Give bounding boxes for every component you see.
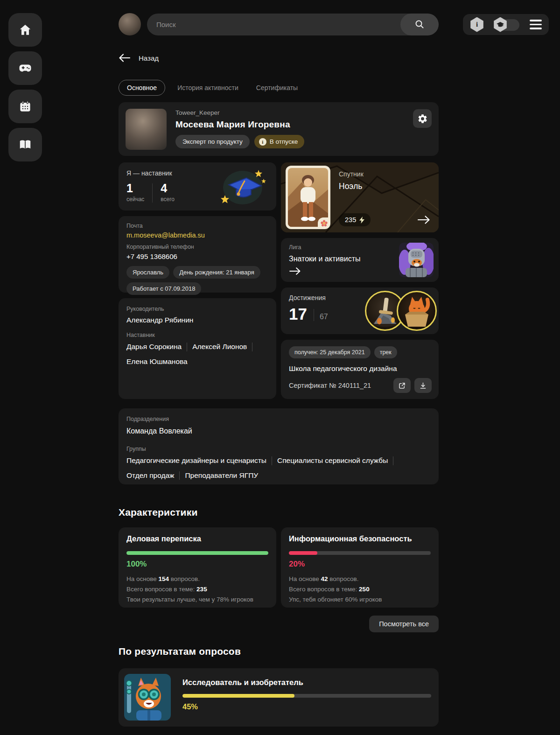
phone-label: Корпоративный телефон	[126, 244, 268, 250]
sidebar	[8, 13, 42, 161]
certificate-card: получен: 25 декабря 2021 трек Школа педа…	[281, 340, 439, 399]
achievements-card[interactable]: Достижения 17 67	[281, 287, 439, 334]
progress-bar	[182, 694, 431, 698]
group-item: Педагогические дизайнеры и сценаристы	[126, 456, 272, 465]
group-item: Преподаватели ЯГПУ	[185, 471, 263, 480]
tab-main[interactable]: Основное	[119, 80, 165, 96]
mentor-total: 4 всего	[161, 182, 175, 203]
status-badge: i В отпуске	[254, 135, 304, 148]
book-icon	[18, 138, 32, 152]
profile-photo	[126, 109, 167, 150]
companion-label: Спутник	[339, 170, 364, 178]
departments-label: Подразделения	[126, 416, 431, 422]
download-certificate-button[interactable]	[414, 378, 432, 393]
league-arrow-icon[interactable]	[289, 266, 301, 276]
sidebar-item-library[interactable]	[8, 128, 42, 161]
team-card: Руководитель Александр Рябинин Наставник…	[119, 298, 276, 399]
phone-value: +7 495 1368606	[126, 252, 268, 260]
student-mode-toggle[interactable]	[493, 17, 520, 32]
sidebar-item-calendar[interactable]	[8, 90, 42, 123]
progress-percent: 45%	[182, 702, 431, 711]
profile-nickname: Toweer_Keeper	[175, 109, 304, 116]
tabs: Основное История активности Сертификаты	[119, 80, 439, 96]
back-button[interactable]: Назад	[119, 53, 439, 63]
companion-portrait	[286, 166, 330, 229]
lightning-icon	[359, 217, 364, 224]
progress-bar	[126, 551, 268, 555]
flower-icon	[318, 217, 330, 229]
contact-card: Почта m.moseeva@labmedia.su Корпоративны…	[119, 216, 276, 293]
settings-button[interactable]	[413, 109, 432, 128]
energy-badge: 235	[339, 213, 371, 226]
mentor-current: 1 сейчас	[126, 182, 144, 203]
survey-result-card: Исследователь и изобретатель 45%	[119, 668, 439, 727]
profile-page: i Назад	[0, 0, 560, 735]
survey-result-title: Исследователь и изобретатель	[182, 678, 431, 687]
stat-card-business-writing: Деловая переписка 100% На основе 154 воп…	[119, 527, 276, 608]
progress-percent: 20%	[289, 560, 431, 569]
inventor-cat-illustration	[124, 674, 171, 721]
download-icon	[419, 382, 427, 390]
sidebar-item-home[interactable]	[8, 13, 42, 47]
knight-cat-illustration	[399, 243, 434, 277]
progress-percent: 100%	[126, 560, 268, 569]
achievement-badge-cat	[397, 291, 437, 331]
mentor-name: Алексей Лионов	[192, 343, 252, 351]
back-arrow-icon	[119, 53, 131, 63]
surveys-title: По результатам опросов	[119, 646, 439, 657]
mentor-name: Елена Юшманова	[126, 357, 193, 366]
role-badge: Эксперт по продукту	[175, 135, 250, 148]
topbar: i	[119, 13, 439, 35]
birthday-tag: День рождения: 21 января	[173, 266, 260, 279]
email-link[interactable]: m.moseeva@labmedia.su	[126, 231, 268, 239]
league-card[interactable]: Лига Знатоки и активисты	[281, 238, 439, 282]
achievements-earned: 17	[289, 306, 307, 322]
gamepad-icon	[18, 61, 32, 75]
manager-label: Руководитель	[126, 306, 268, 312]
league-image	[399, 243, 434, 277]
companion-card[interactable]: Спутник Ноэль 235	[281, 162, 439, 232]
tab-activity-history[interactable]: История активности	[172, 80, 244, 96]
mentor-label: Наставник	[126, 332, 268, 338]
search-button[interactable]	[400, 14, 439, 35]
status-info-icon: i	[259, 138, 266, 146]
companion-arrow-icon[interactable]	[417, 215, 430, 225]
companion-name: Ноэль	[339, 182, 364, 191]
calendar-icon	[18, 99, 32, 113]
mentor-name: Дарья Сорокина	[126, 343, 187, 351]
view-all-button[interactable]: Посмотреть все	[369, 616, 439, 632]
tab-certificates[interactable]: Сертификаты	[251, 80, 303, 96]
search-input[interactable]	[147, 14, 400, 35]
manager-name: Александр Рябинин	[126, 316, 268, 324]
open-certificate-button[interactable]	[393, 378, 411, 393]
graduation-cap-illustration	[217, 166, 266, 207]
employment-tag: Работает с 07.09.2018	[126, 282, 201, 295]
achievements-total: 67	[320, 313, 328, 321]
back-label: Назад	[139, 54, 159, 62]
home-icon	[18, 23, 32, 37]
mentor-card: Я — наставник 1 сейчас 4 всего	[119, 162, 276, 210]
department-name: Команда Вовлекай	[126, 427, 431, 435]
groups-list: Педагогические дизайнеры и сценаристы Сп…	[126, 456, 431, 480]
certificate-title: Школа педагогического дизайна	[289, 364, 431, 373]
profile-full-name: Мосеева Мария Игоревна	[175, 119, 304, 130]
search-icon	[414, 19, 425, 29]
sidebar-item-games[interactable]	[8, 51, 42, 85]
gear-icon	[417, 113, 428, 124]
search-bar	[147, 14, 439, 35]
departments-card: Подразделения Команда Вовлекай Группы Пе…	[119, 408, 439, 484]
certificate-date-badge: получен: 25 декабря 2021	[289, 346, 371, 358]
survey-character-image	[124, 674, 171, 721]
group-item: Специалисты сервисной службы	[277, 456, 393, 465]
characteristics-title: Характеристики	[119, 507, 439, 518]
menu-icon[interactable]	[530, 20, 542, 29]
mentors-list: Дарья Сорокина Алексей Лионов Елена Юшма…	[126, 343, 268, 366]
profile-card: Toweer_Keeper Мосеева Мария Игоревна Экс…	[119, 102, 439, 156]
city-tag: Ярославль	[126, 266, 169, 279]
info-hex-icon[interactable]: i	[470, 17, 484, 32]
progress-bar	[289, 551, 431, 555]
top-controls: i	[463, 14, 549, 35]
groups-label: Группы	[126, 446, 431, 452]
certificate-number: Сертификат № 240111_21	[289, 382, 371, 389]
user-avatar[interactable]	[119, 13, 141, 35]
